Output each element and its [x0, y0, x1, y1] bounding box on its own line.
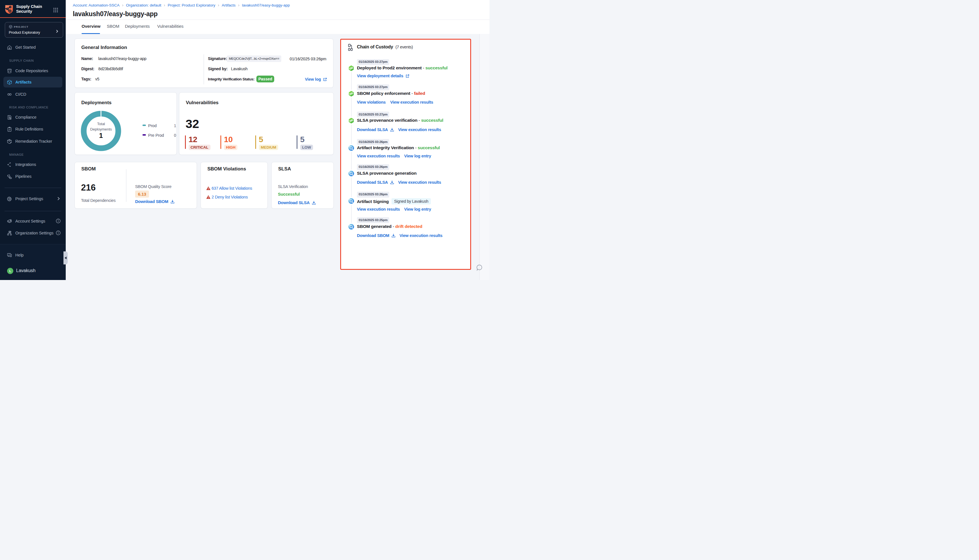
svg-text:?: ?: [8, 253, 10, 256]
